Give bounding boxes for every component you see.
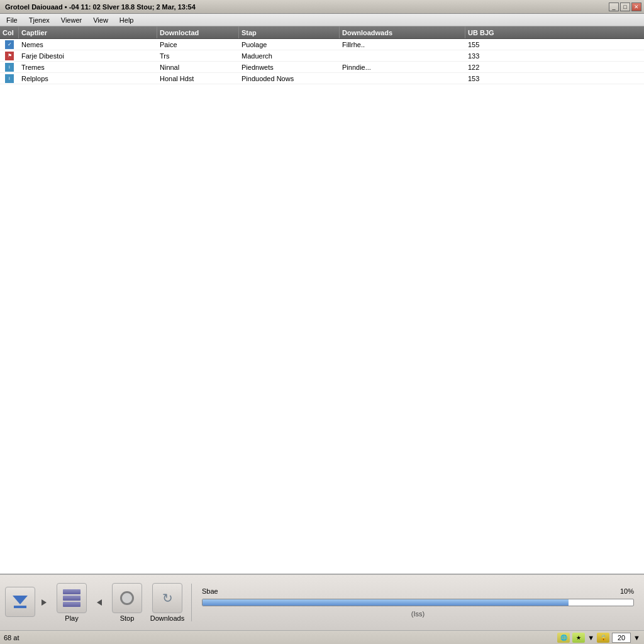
progress-area: Sbae 10% (Iss)	[197, 585, 639, 620]
row-caption-3: Tremes	[19, 64, 157, 71]
menu-tjenex[interactable]: Tjenex	[24, 15, 55, 25]
flag-icon: ⚑	[5, 52, 14, 60]
close-button[interactable]: ✕	[631, 3, 641, 11]
stop-label: Stop	[120, 614, 135, 622]
small-play-button[interactable]	[38, 596, 50, 609]
row-download-4: Honal Hdst	[157, 75, 239, 82]
progress-bar-fill	[203, 599, 569, 606]
row-ubbig-2: 133	[465, 52, 644, 60]
arrow-base	[14, 606, 26, 608]
small-back-icon	[97, 599, 102, 606]
title-bar: Grotoel Daiouaad • -04 11: 02 Slver 18.8…	[0, 0, 644, 14]
row-caption-4: Relplops	[19, 75, 157, 82]
stop-button[interactable]: Stop	[108, 583, 146, 622]
table-row[interactable]: i Tremes Ninnal Piednwets Pinndie... 122	[0, 62, 644, 73]
downloads-button[interactable]: ↻ Downloads	[148, 583, 186, 622]
col-header-caption[interactable]: Captlier	[19, 26, 157, 38]
table-content: ✓ Nemes Paice Puolage Fillrhe.. 155 ⚑ Fa…	[0, 39, 644, 574]
menu-view[interactable]: View	[88, 15, 113, 25]
table-row[interactable]: ⚑ Farje Dibestoi Trs Maduerch 133	[0, 50, 644, 62]
status-bar: 68 at 🌐 ★ ▼ 🔒 20 ▼	[0, 630, 644, 644]
table-row[interactable]: i Relplops Honal Hdst Pinduoded Nows 153	[0, 73, 644, 84]
row-caption-text-1: Nemes	[21, 41, 43, 48]
row-stop-3: Piednwets	[239, 64, 340, 71]
row-caption-2: Farje Dibestoi	[19, 52, 157, 60]
play-button[interactable]: Play	[53, 583, 91, 622]
table-row[interactable]: ✓ Nemes Paice Puolage Fillrhe.. 155	[0, 39, 644, 50]
row-caption-text-2: Farje Dibestoi	[21, 52, 64, 60]
row-ubbig-3: 122	[465, 64, 644, 71]
row-downloadwords-3: Pinndie...	[340, 64, 465, 71]
play-icon	[57, 583, 87, 613]
stop-icon	[112, 583, 142, 613]
row-caption-text-3: Tremes	[21, 64, 45, 71]
downloads-icon: ↻	[152, 583, 182, 613]
small-back-button[interactable]	[93, 596, 106, 609]
menu-file[interactable]: File	[1, 15, 23, 25]
info-icon: i	[5, 63, 14, 72]
row-ubbig-1: 155	[465, 41, 644, 48]
stop-circle-icon	[120, 591, 134, 605]
menu-bar: File Tjenex Viewer View Help	[0, 14, 644, 26]
title-text: Grotoel Daiouaad • -04 11: 02 Slver 18.8…	[3, 3, 196, 11]
col-header-downloadwords[interactable]: Downloadwads	[340, 26, 465, 38]
row-col-3: i	[0, 63, 19, 72]
row-caption-text-4: Relplops	[21, 75, 48, 82]
row-download-2: Trs	[157, 52, 239, 60]
row-col-1: ✓	[0, 40, 19, 49]
row-stop-4: Pinduoded Nows	[239, 75, 340, 82]
table-header: Col Captlier Downloctad Stap Downloadwad…	[0, 26, 644, 39]
status-left-text: 68 at	[4, 634, 19, 641]
row-stop-2: Maduerch	[239, 52, 340, 60]
col-header-ubbig[interactable]: UB BJG	[465, 26, 644, 38]
bottom-toolbar: Play Stop ↻ Downloads Sbae 10% (Iss)	[0, 574, 644, 630]
row-stop-1: Puolage	[239, 41, 340, 48]
status-right: 🌐 ★ ▼ 🔒 20 ▼	[557, 633, 640, 643]
status-globe-icon: 🌐	[557, 633, 570, 643]
row-col-2: ⚑	[0, 52, 19, 60]
info-icon: i	[5, 74, 14, 83]
col-header-col[interactable]: Col	[0, 26, 19, 38]
maximize-button[interactable]: □	[620, 3, 630, 11]
download-icon	[5, 587, 35, 617]
row-ubbig-4: 153	[465, 75, 644, 82]
row-download-1: Paice	[157, 41, 239, 48]
status-lock-icon: 🔒	[597, 633, 609, 643]
progress-bar-container	[202, 599, 634, 606]
row-caption-1: Nemes	[19, 41, 157, 48]
row-downloadwords-1: Fillrhe..	[340, 41, 465, 48]
progress-label: Sbae	[202, 587, 218, 595]
toolbar-separator	[191, 584, 192, 621]
col-header-download[interactable]: Downloctad	[157, 26, 239, 38]
progress-status: (Iss)	[202, 610, 634, 618]
status-count-arrow[interactable]: ▼	[633, 634, 640, 641]
menu-help[interactable]: Help	[114, 15, 139, 25]
refresh-icon: ↻	[162, 591, 173, 606]
minimize-button[interactable]: _	[609, 3, 619, 11]
play-grid-icon	[63, 589, 80, 594]
small-play-icon	[42, 599, 47, 606]
col-header-stop[interactable]: Stap	[239, 26, 340, 38]
play-label: Play	[65, 614, 78, 622]
status-flag-icon: ★	[572, 633, 585, 643]
arrow-down-icon	[13, 596, 28, 604]
progress-percent: 10%	[620, 587, 634, 595]
download-button[interactable]	[5, 587, 35, 618]
window-controls: _ □ ✕	[609, 3, 641, 11]
progress-row: Sbae 10%	[202, 587, 634, 595]
row-col-4: i	[0, 74, 19, 83]
row-download-3: Ninnal	[157, 64, 239, 71]
downloads-label: Downloads	[150, 614, 184, 622]
menu-viewer[interactable]: Viewer	[56, 15, 87, 25]
status-count: 20	[612, 633, 631, 643]
check-icon: ✓	[5, 40, 14, 49]
